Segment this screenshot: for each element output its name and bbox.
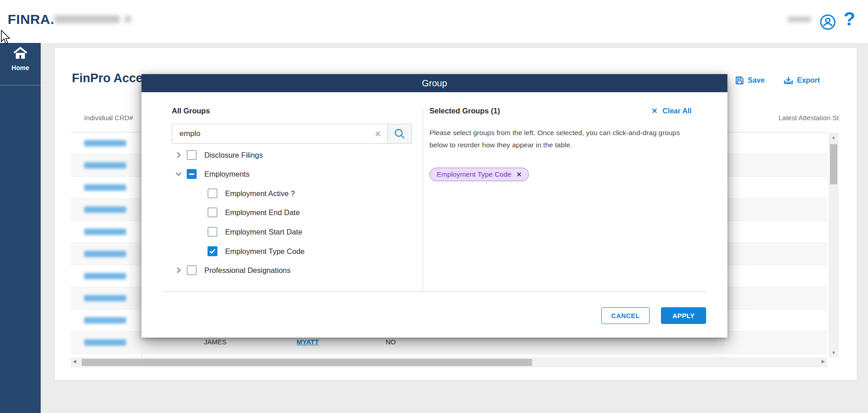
tree-item-label: Employment End Date <box>225 208 300 217</box>
export-tray-icon <box>783 76 793 85</box>
modal-title: Group <box>422 78 447 89</box>
horizontal-scrollbar[interactable]: ◀ ▶ <box>71 357 827 367</box>
checkbox-unchecked[interactable] <box>208 227 217 237</box>
tree-item-label: Employment Start Date <box>225 228 302 236</box>
export-button[interactable]: Export <box>783 76 820 85</box>
tree-item-employments[interactable]: Employments <box>172 164 425 183</box>
checkbox-unchecked[interactable] <box>187 265 197 275</box>
sidebar-divider <box>0 85 41 85</box>
chevron-right-icon[interactable] <box>174 265 184 275</box>
sidebar-item-label: Home <box>0 64 41 71</box>
all-groups-heading: All Groups <box>172 107 210 115</box>
house-icon <box>12 47 28 60</box>
redacted-crd-link[interactable] <box>84 251 126 257</box>
tree-item-professional-designations[interactable]: Professional Designations <box>172 261 425 280</box>
magnifier-icon <box>394 128 406 140</box>
tree-item-disclosure-filings[interactable]: Disclosure Filings <box>172 145 425 164</box>
redacted-crd-link[interactable] <box>84 206 126 213</box>
instructions-text: Please select groups from the left. Once… <box>429 127 696 151</box>
panel-divider <box>423 110 423 292</box>
redacted-crd-link[interactable] <box>84 317 126 324</box>
clear-search-icon[interactable]: ✕ <box>368 124 387 143</box>
export-label: Export <box>797 76 820 84</box>
footer-divider <box>163 291 706 292</box>
redacted-crd-link[interactable] <box>84 295 126 301</box>
redacted-organization-text <box>54 15 120 23</box>
clear-all-button[interactable]: ✕ Clear All <box>651 107 692 115</box>
group-modal: Group All Groups ✕ Disclosure Filings <box>142 74 727 338</box>
save-label: Save <box>748 76 764 84</box>
checkbox-unchecked[interactable] <box>208 188 217 198</box>
tree-item-employment-type-code[interactable]: Employment Type Code <box>172 242 425 261</box>
vertical-scrollbar-thumb[interactable] <box>830 144 837 184</box>
chevron-right-icon[interactable] <box>174 150 184 160</box>
group-search-control: ✕ <box>172 124 412 144</box>
tree-item-label: Disclosure Filings <box>204 151 263 160</box>
page-title: FinPro Acces <box>72 71 150 85</box>
group-search-input[interactable] <box>172 124 368 143</box>
redacted-organization-text <box>125 16 131 23</box>
user-circle-icon[interactable] <box>819 14 836 33</box>
mouse-cursor <box>0 30 11 47</box>
checkbox-indeterminate[interactable] <box>187 169 197 179</box>
question-mark-icon[interactable]: ? <box>844 8 855 30</box>
floppy-disk-icon <box>735 76 744 85</box>
chip-label: Employment Type Code <box>437 170 511 178</box>
tree-item-employment-start-date[interactable]: Employment Start Date <box>172 222 425 241</box>
chevron-down-icon[interactable] <box>174 169 184 179</box>
modal-title-bar: Group <box>142 74 727 92</box>
cell-value: NO <box>386 338 396 346</box>
top-bar: FINRA. ? <box>0 0 868 43</box>
tree-item-employment-end-date[interactable]: Employment End Date <box>172 203 425 222</box>
scroll-left-arrow-icon[interactable]: ◀ <box>73 359 76 364</box>
apply-button[interactable]: APPLY <box>661 307 706 324</box>
redacted-crd-link[interactable] <box>84 162 126 169</box>
checkbox-unchecked[interactable] <box>187 150 197 160</box>
app-root: FINRA. ? Home FinPro Acces <box>0 0 868 413</box>
sidebar-item-home[interactable]: Home <box>0 47 41 71</box>
redacted-username-text <box>788 17 811 22</box>
column-header-latest-attestation[interactable]: Latest Attestation St <box>778 114 845 122</box>
redacted-crd-link[interactable] <box>84 273 126 279</box>
horizontal-scrollbar-thumb[interactable] <box>82 359 532 366</box>
cell-first-name: JAMES <box>204 338 226 346</box>
selected-groups-heading: Selected Groups (1) <box>429 107 500 115</box>
checkbox-checked[interactable] <box>208 246 217 256</box>
chip-remove-icon[interactable]: ✕ <box>516 171 522 178</box>
clear-all-label: Clear All <box>662 107 691 115</box>
cell-last-name-link[interactable]: MYATT <box>297 338 319 346</box>
scroll-right-arrow-icon[interactable]: ▶ <box>821 359 825 364</box>
scroll-down-arrow-icon[interactable]: ▼ <box>829 350 839 355</box>
column-header-individual-crd[interactable]: Individual CRD# <box>84 114 133 122</box>
checkbox-unchecked[interactable] <box>208 207 217 217</box>
save-button[interactable]: Save <box>735 76 764 85</box>
scroll-up-arrow-icon[interactable]: ▲ <box>829 135 839 140</box>
tree-item-label: Employment Type Code <box>225 247 305 256</box>
tree-item-employment-active[interactable]: Employment Active ? <box>172 184 425 203</box>
finra-logo: FINRA. <box>8 12 54 27</box>
selected-group-chip[interactable]: Employment Type Code ✕ <box>429 168 529 181</box>
cancel-button[interactable]: CANCEL <box>601 307 650 324</box>
x-icon: ✕ <box>651 107 657 115</box>
vertical-scrollbar[interactable]: ▲ ▼ <box>829 132 839 357</box>
redacted-crd-link[interactable] <box>84 229 126 235</box>
redacted-crd-link[interactable] <box>84 184 126 191</box>
redacted-crd-link[interactable] <box>84 140 126 146</box>
tree-item-label: Professional Designations <box>204 266 291 275</box>
tree-item-label: Employments <box>204 170 250 178</box>
redacted-crd-link[interactable] <box>84 339 126 346</box>
sidebar: Home <box>0 43 41 413</box>
tree-item-label: Employment Active ? <box>225 189 295 198</box>
search-button[interactable] <box>387 124 411 143</box>
